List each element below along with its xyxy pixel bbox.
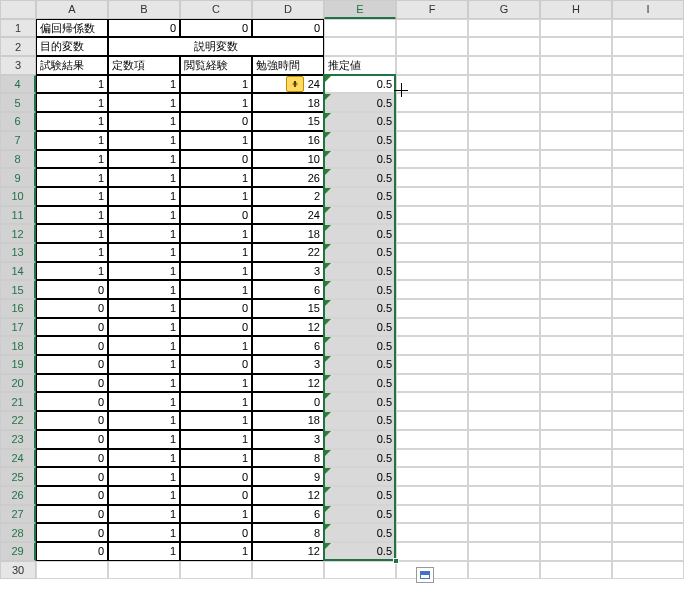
cell-E20[interactable]: 0.5 — [324, 374, 396, 393]
cell-F2[interactable] — [396, 37, 468, 56]
cell-G20[interactable] — [468, 374, 540, 393]
row-header-27[interactable]: 27 — [0, 505, 36, 524]
cell-H24[interactable] — [540, 449, 612, 468]
column-header-B[interactable]: B — [108, 0, 180, 19]
cell-B3[interactable]: 定数項 — [108, 56, 180, 75]
cell-F11[interactable] — [396, 206, 468, 225]
cell-F5[interactable] — [396, 93, 468, 112]
cell-B15[interactable]: 1 — [108, 280, 180, 299]
cell-I19[interactable] — [612, 355, 684, 374]
cell-F6[interactable] — [396, 112, 468, 131]
cell-BCD2[interactable]: 説明変数 — [108, 37, 324, 56]
cell-A23[interactable]: 0 — [36, 430, 108, 449]
cell-A29[interactable]: 0 — [36, 542, 108, 561]
cell-E30[interactable] — [324, 561, 396, 580]
cell-D22[interactable]: 18 — [252, 411, 324, 430]
cell-E22[interactable]: 0.5 — [324, 411, 396, 430]
cell-F29[interactable] — [396, 542, 468, 561]
cell-E5[interactable]: 0.5 — [324, 93, 396, 112]
cell-A5[interactable]: 1 — [36, 93, 108, 112]
cell-G22[interactable] — [468, 411, 540, 430]
cell-E4[interactable]: 0.5 — [324, 75, 396, 94]
cell-B5[interactable]: 1 — [108, 93, 180, 112]
cell-B8[interactable]: 1 — [108, 150, 180, 169]
cell-C3[interactable]: 閲覧経験 — [180, 56, 252, 75]
cell-A10[interactable]: 1 — [36, 187, 108, 206]
cell-C13[interactable]: 1 — [180, 243, 252, 262]
cell-E13[interactable]: 0.5 — [324, 243, 396, 262]
cell-B9[interactable]: 1 — [108, 168, 180, 187]
cell-D30[interactable] — [252, 561, 324, 580]
column-header-G[interactable]: G — [468, 0, 540, 19]
cell-I3[interactable] — [612, 56, 684, 75]
cell-B20[interactable]: 1 — [108, 374, 180, 393]
cell-I9[interactable] — [612, 168, 684, 187]
select-all-corner[interactable] — [0, 0, 36, 19]
row-header-10[interactable]: 10 — [0, 187, 36, 206]
cell-H12[interactable] — [540, 224, 612, 243]
cell-F12[interactable] — [396, 224, 468, 243]
cell-A25[interactable]: 0 — [36, 467, 108, 486]
cell-H8[interactable] — [540, 150, 612, 169]
cell-D17[interactable]: 12 — [252, 318, 324, 337]
cell-H19[interactable] — [540, 355, 612, 374]
row-header-30[interactable]: 30 — [0, 561, 36, 580]
cell-A30[interactable] — [36, 561, 108, 580]
cell-B18[interactable]: 1 — [108, 336, 180, 355]
cell-F22[interactable] — [396, 411, 468, 430]
cell-D7[interactable]: 16 — [252, 131, 324, 150]
cell-G24[interactable] — [468, 449, 540, 468]
cell-F23[interactable] — [396, 430, 468, 449]
row-header-9[interactable]: 9 — [0, 168, 36, 187]
cell-D13[interactable]: 22 — [252, 243, 324, 262]
cell-G21[interactable] — [468, 392, 540, 411]
cell-E7[interactable]: 0.5 — [324, 131, 396, 150]
cell-E21[interactable]: 0.5 — [324, 392, 396, 411]
cell-D3[interactable]: 勉強時間 — [252, 56, 324, 75]
cell-I25[interactable] — [612, 467, 684, 486]
cell-H16[interactable] — [540, 299, 612, 318]
cell-C14[interactable]: 1 — [180, 262, 252, 281]
cell-A15[interactable]: 0 — [36, 280, 108, 299]
cell-B6[interactable]: 1 — [108, 112, 180, 131]
column-header-I[interactable]: I — [612, 0, 684, 19]
row-header-19[interactable]: 19 — [0, 355, 36, 374]
cell-B11[interactable]: 1 — [108, 206, 180, 225]
cell-B16[interactable]: 1 — [108, 299, 180, 318]
cell-F24[interactable] — [396, 449, 468, 468]
cell-C30[interactable] — [180, 561, 252, 580]
column-header-E[interactable]: E — [324, 0, 396, 19]
cell-C25[interactable]: 0 — [180, 467, 252, 486]
spreadsheet-grid[interactable]: ABCDEFGHI1偏回帰係数0002目的変数説明変数3試験結果定数項閲覧経験勉… — [0, 0, 684, 579]
row-header-25[interactable]: 25 — [0, 467, 36, 486]
cell-A7[interactable]: 1 — [36, 131, 108, 150]
cell-F16[interactable] — [396, 299, 468, 318]
cell-G27[interactable] — [468, 505, 540, 524]
cell-G23[interactable] — [468, 430, 540, 449]
cell-I15[interactable] — [612, 280, 684, 299]
cell-E18[interactable]: 0.5 — [324, 336, 396, 355]
cell-B13[interactable]: 1 — [108, 243, 180, 262]
column-header-F[interactable]: F — [396, 0, 468, 19]
cell-I20[interactable] — [612, 374, 684, 393]
cell-G9[interactable] — [468, 168, 540, 187]
row-header-17[interactable]: 17 — [0, 318, 36, 337]
cell-H15[interactable] — [540, 280, 612, 299]
cell-F15[interactable] — [396, 280, 468, 299]
cell-F28[interactable] — [396, 523, 468, 542]
cell-G17[interactable] — [468, 318, 540, 337]
cell-D16[interactable]: 15 — [252, 299, 324, 318]
cell-C9[interactable]: 1 — [180, 168, 252, 187]
cell-D9[interactable]: 26 — [252, 168, 324, 187]
cell-D8[interactable]: 10 — [252, 150, 324, 169]
cell-G14[interactable] — [468, 262, 540, 281]
cell-A12[interactable]: 1 — [36, 224, 108, 243]
row-header-28[interactable]: 28 — [0, 523, 36, 542]
cell-H11[interactable] — [540, 206, 612, 225]
cell-B25[interactable]: 1 — [108, 467, 180, 486]
cell-B29[interactable]: 1 — [108, 542, 180, 561]
cell-C8[interactable]: 0 — [180, 150, 252, 169]
fill-handle[interactable] — [393, 558, 399, 564]
cell-F21[interactable] — [396, 392, 468, 411]
row-header-11[interactable]: 11 — [0, 206, 36, 225]
